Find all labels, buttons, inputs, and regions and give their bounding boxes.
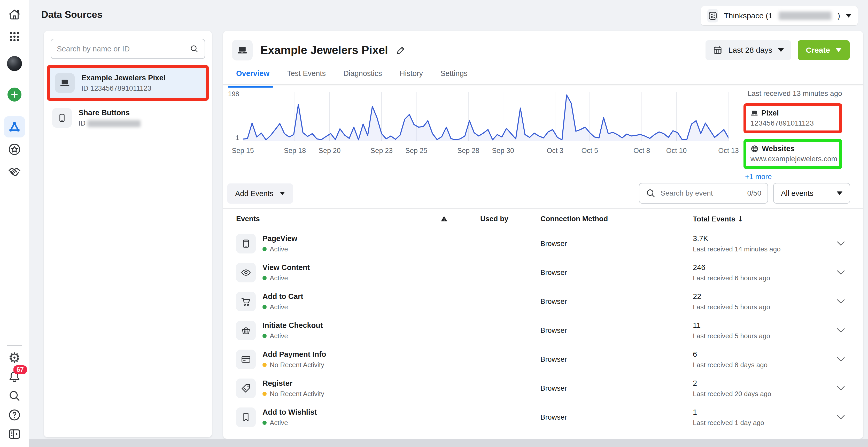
data-source-id-redacted [88, 120, 141, 127]
basket-icon [236, 321, 256, 340]
summary-panel: Last received 13 minutes ago Pixel 12345… [743, 89, 842, 181]
expand-chevron-icon[interactable] [837, 386, 850, 391]
last-received: Last received 6 hours ago [693, 274, 837, 282]
workspace-id-redacted [779, 11, 831, 20]
data-source-item-example-jewelers-pixel[interactable]: Example Jewelers Pixel ID 12345678910111… [50, 68, 206, 98]
column-used-by: Used by [480, 215, 540, 223]
table-row-add-to-cart[interactable]: Add to Cart Active Browser 22Last receiv… [223, 287, 863, 316]
event-status: Active [262, 245, 297, 253]
laptop-icon [55, 73, 75, 93]
event-status: No Recent Activity [262, 361, 326, 369]
event-search-input[interactable] [660, 189, 743, 198]
status-dot [262, 392, 267, 396]
event-name: Initiate Checkout [262, 321, 323, 330]
star-badge-icon[interactable] [6, 141, 23, 158]
collapse-panel-icon[interactable] [6, 426, 23, 442]
profile-photo [7, 56, 22, 71]
column-events: Events [236, 215, 440, 223]
last-received: Last received 1 day ago [693, 419, 837, 427]
chevron-down-icon [280, 192, 285, 195]
date-range-button[interactable]: Last 28 days [706, 40, 791, 60]
events-table-header: Events Used by Connection Method Total E… [223, 209, 863, 229]
expand-chevron-icon[interactable] [837, 357, 850, 362]
event-filter-dropdown[interactable]: All events [773, 183, 850, 204]
create-button[interactable]: Create [798, 40, 850, 60]
tag-icon [236, 379, 256, 398]
event-name: View Content [262, 263, 310, 272]
tab-settings[interactable]: Settings [440, 69, 468, 88]
expand-chevron-icon[interactable] [837, 270, 850, 275]
tab-test-events[interactable]: Test Events [287, 69, 326, 88]
column-total-events[interactable]: Total Events↓ [693, 215, 837, 223]
settings-gear-icon[interactable]: ⚙ [6, 349, 23, 366]
help-icon[interactable] [6, 407, 23, 423]
pixel-title: Example Jewelers Pixel [260, 44, 388, 57]
event-search[interactable]: 0/50 [639, 183, 768, 204]
workspace-selector[interactable]: Thinkspace (1 ) [701, 6, 858, 25]
pixel-id: 1234567891011123 [750, 119, 835, 127]
annotation-red-box: Example Jewelers Pixel ID 12345678910111… [47, 65, 209, 101]
events-manager-icon[interactable] [4, 116, 25, 138]
more-link[interactable]: +1 more [745, 173, 772, 181]
status-dot [262, 247, 267, 251]
table-row-view-content[interactable]: View Content Active Browser 246Last rece… [223, 258, 863, 287]
browser-window-icon [236, 234, 256, 254]
last-received-text: Last received 13 minutes ago [748, 89, 842, 98]
expand-chevron-icon[interactable] [837, 299, 850, 304]
expand-chevron-icon[interactable] [837, 415, 850, 420]
data-source-search-input[interactable] [57, 45, 185, 53]
workspace-name: Thinkspace (1 [724, 11, 772, 20]
tab-overview[interactable]: Overview [236, 69, 270, 88]
x-axis-tick-label: Sep 18 [284, 147, 306, 155]
nav-rail: ⚙ 67 [0, 0, 29, 447]
last-received: Last received 14 minutes ago [693, 245, 837, 253]
connection-method: Browser [540, 297, 693, 306]
home-icon[interactable] [6, 6, 23, 23]
column-connection-method: Connection Method [540, 215, 693, 223]
total-events: 3.7K [693, 234, 837, 243]
event-status: No Recent Activity [262, 390, 324, 398]
last-received: Last received 8 days ago [693, 361, 837, 369]
x-axis-tick-label: Sep 15 [232, 147, 254, 155]
edit-pencil-icon[interactable] [396, 45, 406, 55]
table-row-register[interactable]: Register No Recent Activity Browser 2Las… [223, 374, 863, 403]
event-status: Active [262, 332, 323, 340]
connection-method: Browser [540, 268, 693, 277]
search-icon [190, 44, 199, 54]
tab-diagnostics[interactable]: Diagnostics [343, 69, 382, 88]
data-source-search[interactable] [51, 39, 205, 59]
table-row-add-payment-info[interactable]: Add Payment Info No Recent Activity Brow… [223, 345, 863, 374]
last-received: Last received 5 hours ago [693, 303, 837, 311]
table-row-pageview[interactable]: PageView Active Browser 3.7KLast receive… [223, 229, 863, 258]
connection-method: Browser [540, 326, 693, 335]
table-row-add-to-wishlist[interactable]: Add to Wishlist Active Browser 1Last rec… [223, 403, 863, 432]
x-axis-tick-label: Oct 5 [582, 147, 598, 155]
workspace-name-suffix: ) [838, 11, 840, 20]
last-received: Last received 20 days ago [693, 390, 837, 398]
summary-divider [739, 88, 739, 166]
add-events-button[interactable]: Add Events [227, 183, 293, 204]
handshake-icon[interactable] [6, 163, 23, 180]
expand-chevron-icon[interactable] [837, 241, 850, 246]
avatar[interactable] [6, 55, 23, 72]
total-events: 22 [693, 292, 837, 301]
pixel-tabs: Overview Test Events Diagnostics History… [236, 69, 468, 88]
add-events-label: Add Events [235, 189, 273, 198]
event-filter-label: All events [781, 189, 813, 198]
data-source-name: Example Jewelers Pixel [82, 73, 165, 82]
table-row-initiate-checkout[interactable]: Initiate Checkout Active Browser 11Last … [223, 316, 863, 345]
chevron-down-icon [837, 191, 842, 195]
search-icon[interactable] [6, 388, 23, 404]
laptop-icon [232, 40, 253, 60]
create-label: Create [806, 46, 830, 55]
data-source-item-share-buttons[interactable]: Share Buttons ID [44, 101, 212, 135]
create-plus-button[interactable] [6, 86, 23, 103]
total-events: 11 [693, 321, 837, 330]
chevron-down-icon [836, 48, 841, 52]
tab-history[interactable]: History [400, 69, 423, 88]
expand-chevron-icon[interactable] [837, 328, 850, 333]
date-range-label: Last 28 days [728, 46, 772, 55]
events-table: Events Used by Connection Method Total E… [223, 209, 863, 432]
notifications-bell-icon[interactable]: 67 [6, 368, 23, 385]
apps-grid-icon[interactable] [6, 28, 23, 45]
